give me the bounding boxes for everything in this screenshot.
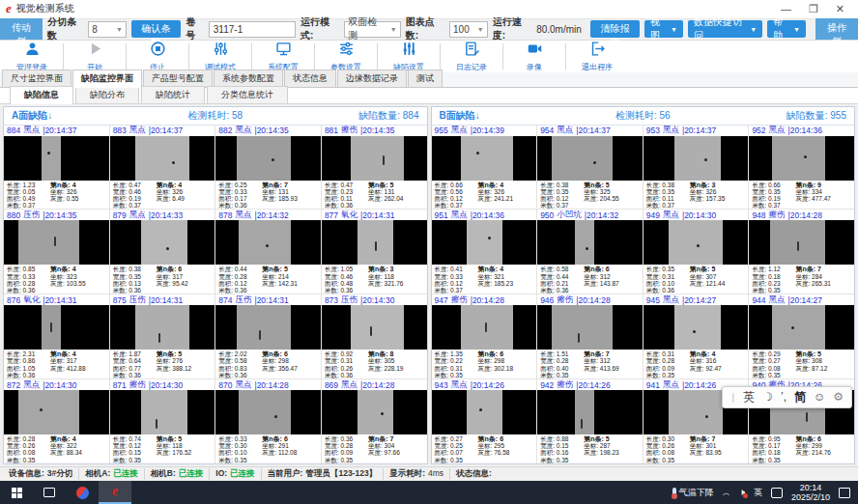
confirm-count-button[interactable]: 确认条数 (131, 20, 181, 38)
operator-side-button[interactable]: 操作侧 (815, 18, 858, 40)
maximize-button[interactable]: ❐ (809, 3, 818, 15)
punctuation-toggle[interactable]: ’, (781, 390, 786, 404)
chart-points-select[interactable]: 100▼ (449, 21, 488, 38)
taskbar-clock[interactable]: 20:14 2025/2/10 (791, 483, 830, 502)
defect-cell[interactable]: 955黑点|20:14:39长度: 0.66宽度: 0.56面积: 0.12米数… (432, 126, 537, 210)
defect-cell[interactable]: 877氧化|20:14:31长度: 1.05宽度: 0.46面积: 0.48米数… (322, 210, 427, 294)
volume-icon[interactable]: 🕨 (739, 487, 745, 498)
gray-line: 灰度: 88.34 (50, 449, 106, 456)
close-button[interactable]: ✕ (836, 3, 844, 15)
ime-simplified-toggle[interactable]: 简 (794, 389, 806, 406)
defect-cell[interactable]: 883黑点|20:14:37长度: 0.47宽度: 0.46面积: 0.19米数… (110, 126, 215, 210)
measurement-line: 长度: 0.31 (646, 350, 688, 357)
material-strip (552, 136, 613, 181)
defect-type: 黑点 (663, 379, 679, 390)
defect-cell[interactable]: 947擦伤|20:14:28长度: 1.35宽度: 0.22面积: 0.31米数… (432, 294, 537, 378)
ime-lang-toggle[interactable]: 英 (743, 389, 755, 406)
taskbar-app-browser[interactable] (66, 481, 99, 504)
material-strip (772, 136, 824, 181)
defect-cell[interactable]: 942擦伤|20:14:26长度: 0.88宽度: 0.15面积: 0.16米数… (537, 379, 643, 463)
moon-icon[interactable]: ☽ (762, 390, 773, 404)
main-tab-3[interactable]: 系统参数配置 (214, 70, 283, 87)
minimize-button[interactable]: — (781, 3, 791, 15)
defect-cell[interactable]: 944黑点|20:14:27长度: 0.29宽度: 0.27面积: 0.08米数… (749, 294, 854, 378)
defect-cell[interactable]: 870黑点|20:14:28长度: 0.33宽度: 0.30面积: 0.10米数… (215, 379, 321, 463)
weather-widget[interactable]: 气温下降 (672, 487, 714, 499)
main-tab-0[interactable]: 尺寸监控界面 (2, 70, 72, 87)
defect-cell[interactable]: 874压伤|20:14:31长度: 2.02宽度: 0.58面积: 0.83米数… (215, 294, 321, 378)
toolbar-button-log[interactable]: 日志记录 (442, 41, 501, 72)
defect-image (322, 390, 427, 434)
defect-cell[interactable]: 875压伤|20:14:31长度: 1.87宽度: 0.64面积: 0.77米数… (110, 294, 215, 378)
toolbar-button-monitor[interactable]: 系统配置 (253, 41, 313, 72)
defect-id: 884 (7, 126, 20, 135)
toolbar-button-play[interactable]: 开始 (65, 41, 125, 72)
defect-cell[interactable]: 878黑点|20:14:32长度: 0.44宽度: 0.28面积: 0.12米数… (215, 210, 321, 294)
toolbar-button-debug-sliders[interactable]: 调试模式 (190, 41, 250, 72)
gear-icon[interactable]: ⚙ (833, 390, 844, 404)
toolbar-button-levels[interactable]: 缺陷设置 (379, 41, 439, 72)
toolbar-button-tune[interactable]: 参数设置 (316, 41, 376, 72)
defect-cell[interactable]: 948擦伤|20:14:28长度: 1.12宽度: 0.18面积: 0.23米数… (749, 210, 854, 294)
main-tab-4[interactable]: 状态信息 (284, 70, 336, 87)
defect-time: |20:14:35 (254, 126, 288, 135)
task-view-button[interactable] (33, 481, 66, 504)
toolbar-button-stop[interactable]: 停止 (128, 41, 187, 72)
defect-cell[interactable]: 946擦伤|20:14:28长度: 1.51宽度: 0.28面积: 0.40米数… (537, 294, 643, 378)
defect-cell[interactable]: 884黑点|20:14:37长度: 1.23宽度: 0.05面积: 0.49米数… (4, 126, 109, 210)
ime-grip-icon[interactable]: ∣ (730, 392, 735, 403)
defect-cell[interactable]: 943黑点|20:14:26长度: 0.27宽度: 0.25面积: 0.07米数… (432, 379, 537, 463)
defect-cell[interactable]: 876氧化|20:14:31长度: 2.31宽度: 0.86面积: 1.05米数… (4, 294, 109, 378)
defect-cell[interactable]: 873压伤|20:14:30长度: 0.92宽度: 0.31面积: 0.26米数… (322, 294, 427, 378)
defect-type: 压伤 (341, 294, 358, 305)
defect-position: 第n条: 6坐标: 295灰度: 76.58 (476, 435, 534, 463)
run-mode-select[interactable]: 双面检测▼ (344, 21, 400, 38)
ime-tray-indicator[interactable]: 英 (754, 487, 762, 499)
start-button[interactable] (0, 481, 33, 504)
emoji-icon[interactable]: ☺ (814, 390, 825, 404)
defect-cell[interactable]: 953黑点|20:14:37长度: 0.38宽度: 0.35面积: 0.11米数… (644, 126, 749, 210)
clear-alarm-button[interactable]: 清除报警 (590, 20, 640, 38)
defect-cell[interactable]: 949黑点|20:14:30长度: 0.35宽度: 0.31面积: 0.10米数… (644, 210, 749, 294)
roll-number-input[interactable]: 3117-1 (209, 21, 296, 38)
defect-grid: 955黑点|20:14:39长度: 0.66宽度: 0.56面积: 0.12米数… (432, 126, 855, 463)
toolbar-button-user[interactable]: 管理登录 (2, 41, 62, 72)
defect-cell[interactable]: 950小凹坑|20:14:32长度: 0.58宽度: 0.44面积: 0.21米… (537, 210, 643, 294)
main-tab-5[interactable]: 边缘数据记录 (337, 70, 407, 87)
main-tab-2[interactable]: 产品型号配置 (143, 70, 213, 87)
defect-info: 长度: 0.95宽度: 0.17面积: 0.18米数: 0.35第n条: 6坐标… (749, 434, 854, 463)
ime-toolbar[interactable]: ∣ 英 ☽ ’, 简 ☺ ⚙ (722, 386, 852, 408)
measurement-line: 面积: 0.21 (540, 280, 582, 287)
defect-cell[interactable]: 880压伤|20:14:35长度: 0.85宽度: 0.33面积: 0.28米数… (4, 210, 109, 294)
toolbar-button-camera[interactable]: 录像 (504, 41, 564, 72)
defect-cell[interactable]: 952黑点|20:14:36长度: 0.66宽度: 0.35面积: 0.19米数… (749, 126, 854, 210)
defect-cell[interactable]: 872黑点|20:14:30长度: 0.28宽度: 0.26面积: 0.08米数… (4, 379, 109, 463)
main-tab-6[interactable]: 测试 (408, 70, 443, 87)
toolbar-button-exit[interactable]: 退出程序 (567, 41, 627, 72)
sub-tab-3[interactable]: 分类信息统计 (207, 86, 288, 103)
strip-count-select[interactable]: 8▼ (88, 21, 127, 38)
taskbar-app-inspection[interactable]: e (99, 481, 131, 504)
sub-tab-2[interactable]: 缺陷统计 (141, 86, 205, 103)
keyboard-tray-icon[interactable] (771, 488, 783, 498)
defect-cell[interactable]: 881擦伤|20:14:35长度: 0.47宽度: 0.23面积: 0.11米数… (322, 126, 427, 210)
data-shortcut-menu-button[interactable]: 数据快捷访问▼ (688, 20, 762, 38)
coord-line: 坐标: 118 (368, 273, 424, 280)
status-item-0: 设备信息:3#分切 (3, 468, 79, 480)
main-tab-1[interactable]: 缺陷监控界面 (72, 70, 142, 88)
sub-tab-0[interactable]: 缺陷信息 (10, 86, 73, 104)
defect-cell[interactable]: 879黑点|20:14:33长度: 0.38宽度: 0.35面积: 0.13米数… (110, 210, 215, 294)
defect-cell[interactable]: 954黑点|20:14:37长度: 0.38宽度: 0.35面积: 0.12米数… (537, 126, 643, 210)
notification-center-icon[interactable] (839, 488, 850, 498)
defect-cell[interactable]: 945黑点|20:14:27长度: 0.31宽度: 0.28面积: 0.09米数… (644, 294, 749, 378)
sub-tab-1[interactable]: 缺陷分布 (75, 86, 139, 103)
defect-cell[interactable]: 871擦伤|20:14:30长度: 0.74宽度: 0.12面积: 0.15米数… (110, 379, 215, 463)
gray-line: 灰度: 76.58 (478, 449, 534, 456)
defect-cell[interactable]: 951黑点|20:14:36长度: 0.41宽度: 0.33面积: 0.12米数… (432, 210, 537, 294)
view-menu-button[interactable]: 视图▼ (644, 20, 683, 38)
drive-side-button[interactable]: 传动侧 (0, 18, 43, 40)
help-menu-button[interactable]: 帮助▼ (767, 20, 806, 38)
defect-cell[interactable]: 882黑点|20:14:35长度: 0.25宽度: 0.33面积: 0.17米数… (215, 126, 321, 210)
defect-cell[interactable]: 869黑点|20:14:28长度: 0.36宽度: 0.28面积: 0.09米数… (322, 379, 427, 463)
hidden-icons-chevron[interactable]: ︿ (723, 488, 730, 498)
